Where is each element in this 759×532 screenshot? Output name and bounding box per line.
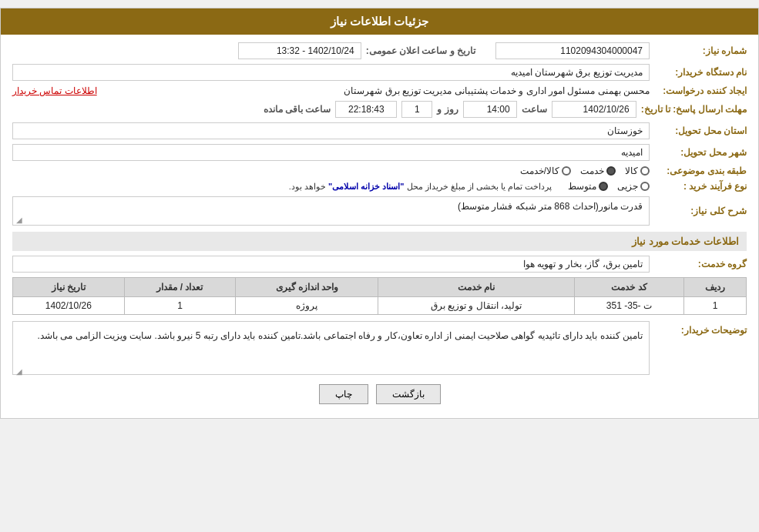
- button-row: بازگشت چاپ: [12, 384, 747, 404]
- col-code: کد خدمت: [574, 278, 684, 297]
- service-group-row: گروه خدمت: تامین برق، گاز، بخار و تهویه …: [12, 256, 747, 273]
- buyer-org-label: نام دستگاه خریدار:: [654, 67, 747, 78]
- radio-motavasset-icon: [599, 182, 608, 191]
- category-kala[interactable]: کالا: [625, 166, 650, 176]
- reply-date-value: 1402/10/26: [552, 101, 636, 118]
- creator-row: ایجاد کننده درخواست: محسن بهمنی مسئول ام…: [12, 85, 747, 96]
- reply-day-label: روز و: [437, 104, 458, 115]
- buyer-org-row: نام دستگاه خریدار: مدیریت توزیع برق شهرس…: [12, 64, 747, 81]
- col-qty: تعداد / مقدار: [124, 278, 236, 297]
- content-area: شماره نیاز: 1102094304000047 تاریخ و ساع…: [1, 35, 758, 418]
- province-value: خوزستان: [12, 122, 650, 139]
- cell-unit: پروژه: [236, 297, 378, 315]
- province-row: استان محل تحویل: خوزستان: [12, 122, 747, 139]
- cell-row: 1: [684, 297, 747, 315]
- radio-jozvi-icon: [640, 182, 650, 191]
- need-number-row: شماره نیاز: 1102094304000047 تاریخ و ساع…: [12, 42, 747, 59]
- city-value: امیدیه: [12, 144, 650, 161]
- city-label: شهر محل تحویل:: [654, 147, 747, 158]
- purchase-motavasset[interactable]: متوسط: [568, 181, 608, 192]
- need-desc-label: شرح کلی نیاز:: [654, 206, 747, 216]
- page-wrapper: جزئیات اطلاعات نیاز شماره نیاز: 11020943…: [0, 8, 759, 419]
- city-row: شهر محل تحویل: امیدیه: [12, 144, 747, 161]
- purchase-type-note-highlight: "اسناد خزانه اسلامی": [328, 182, 405, 191]
- creator-label: ایجاد کننده درخواست:: [654, 85, 747, 96]
- print-button[interactable]: چاپ: [319, 384, 368, 404]
- need-desc-value: قدرت مانور(احداث 868 متر شبکه فشار متوسط…: [458, 201, 643, 212]
- need-number-value: 1102094304000047: [495, 42, 650, 59]
- services-table: ردیف کد خدمت نام خدمت واحد اندازه گیری ت…: [12, 277, 747, 315]
- category-kala-khedmat[interactable]: کالا/خدمت: [520, 166, 571, 176]
- reply-time-value: 14:00: [463, 101, 517, 118]
- col-row: ردیف: [684, 278, 747, 297]
- contact-link[interactable]: اطلاعات تماس خریدار: [12, 85, 97, 96]
- need-desc-row: شرح کلی نیاز: قدرت مانور(احداث 868 متر ش…: [12, 196, 747, 226]
- reply-deadline-row: مهلت ارسال پاسخ: تا تاریخ: 1402/10/26 سا…: [12, 101, 747, 118]
- creator-value: محسن بهمنی مسئول امور اداری و خدمات پشتی…: [102, 85, 650, 96]
- reply-time-label: ساعت: [522, 104, 547, 115]
- purchase-jozvi-label: جزیی: [617, 181, 638, 192]
- category-kala-khedmat-label: کالا/خدمت: [520, 166, 559, 176]
- reply-remaining-label: ساعت باقی مانده: [264, 104, 331, 115]
- reply-deadline-label: مهلت ارسال پاسخ: تا تاریخ:: [641, 104, 747, 115]
- reply-remaining-value: 22:18:43: [335, 101, 397, 118]
- services-table-head: ردیف کد خدمت نام خدمت واحد اندازه گیری ت…: [13, 278, 747, 297]
- need-desc-container: قدرت مانور(احداث 868 متر شبکه فشار متوسط…: [12, 196, 650, 226]
- buyer-notes-value: تامین کننده باید دارای تائیدیه گواهی صلا…: [38, 330, 643, 341]
- page-title: جزئیات اطلاعات نیاز: [331, 15, 428, 28]
- services-table-body: 1 ت -35- 351 تولید، انتقال و توزیع برق پ…: [13, 297, 747, 315]
- col-date: تاریخ نیاز: [13, 278, 125, 297]
- province-label: استان محل تحویل:: [654, 125, 747, 136]
- category-radio-group: کالا خدمت کالا/خدمت: [520, 166, 650, 176]
- need-number-label: شماره نیاز:: [654, 45, 747, 56]
- table-row: 1 ت -35- 351 تولید، انتقال و توزیع برق پ…: [13, 297, 747, 315]
- announce-datetime-label: تاریخ و ساعت اعلان عمومی:: [366, 45, 475, 56]
- page-header: جزئیات اطلاعات نیاز: [1, 8, 758, 35]
- services-table-header-row: ردیف کد خدمت نام خدمت واحد اندازه گیری ت…: [13, 278, 747, 297]
- radio-kala-icon: [640, 166, 650, 176]
- purchase-motavasset-label: متوسط: [568, 181, 596, 192]
- back-button[interactable]: بازگشت: [376, 384, 441, 404]
- purchase-type-radio-group: جزیی متوسط: [568, 181, 650, 192]
- service-group-label: گروه خدمت:: [654, 259, 747, 269]
- purchase-type-note: پرداخت تمام یا بخشی از مبلغ خریداز محل "…: [12, 182, 552, 192]
- radio-khedmat-icon: [606, 166, 616, 176]
- col-unit: واحد اندازه گیری: [236, 278, 378, 297]
- category-row: طبقه بندی موضوعی: کالا خدمت کالا/خدمت: [12, 166, 747, 176]
- reply-day-value: 1: [401, 101, 432, 118]
- resize-handle-icon: ◢: [15, 216, 22, 223]
- cell-name: تولید، انتقال و توزیع برق: [378, 297, 574, 315]
- category-kala-label: کالا: [625, 166, 638, 176]
- category-khedmat-label: خدمت: [580, 166, 604, 176]
- purchase-type-label: نوع فرآیند خرید :: [654, 181, 747, 192]
- cell-date: 1402/10/26: [13, 297, 125, 315]
- cell-qty: 1: [124, 297, 236, 315]
- buyer-org-value: مدیریت توزیع برق شهرستان امیدیه: [12, 64, 650, 81]
- col-name: نام خدمت: [378, 278, 574, 297]
- category-khedmat[interactable]: خدمت: [580, 166, 616, 176]
- cell-code: ت -35- 351: [574, 297, 684, 315]
- announce-datetime-value: 1402/10/24 - 13:32: [238, 42, 361, 59]
- purchase-type-row: نوع فرآیند خرید : جزیی متوسط پرداخت تمام…: [12, 181, 747, 192]
- purchase-jozvi[interactable]: جزیی: [617, 181, 650, 192]
- notes-resize-handle-icon: ◢: [15, 365, 22, 373]
- radio-kala-khedmat-icon: [562, 166, 571, 176]
- services-section-header: اطلاعات خدمات مورد نیاز: [12, 232, 747, 251]
- buyer-notes-row: توضیحات خریدار: تامین کننده باید دارای ت…: [12, 321, 747, 375]
- service-group-value: تامین برق، گاز، بخار و تهویه هوا: [12, 256, 650, 273]
- buyer-notes-container: تامین کننده باید دارای تائیدیه گواهی صلا…: [12, 321, 650, 375]
- buyer-notes-label: توضیحات خریدار:: [654, 325, 747, 336]
- category-label: طبقه بندی موضوعی:: [654, 166, 747, 176]
